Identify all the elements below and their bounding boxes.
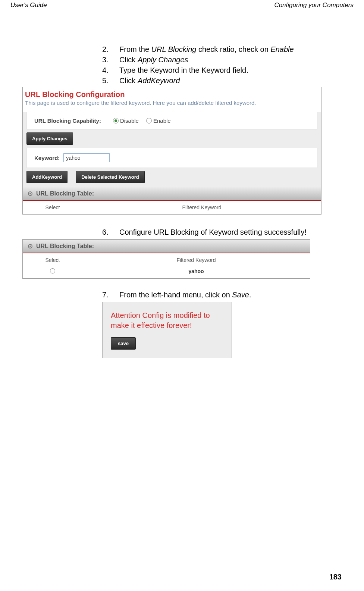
steps-list-1: 2. From the URL Blocking check ratio, ch… — [22, 44, 342, 85]
keyword-panel: Keyword: — [26, 148, 317, 168]
blocking-table-title: URL Blocking Table: — [36, 243, 94, 250]
capability-label: URL Blocking Capability: — [34, 118, 101, 124]
capability-panel: URL Blocking Capability: Disable Enable — [26, 112, 317, 129]
step-text: From the left-hand menu, click on Save. — [119, 290, 251, 300]
screenshot-save-attention: Attention Config is modified to make it … — [102, 302, 232, 358]
step-text: From the URL Blocking check ratio, check… — [119, 44, 294, 54]
gear-icon — [27, 243, 33, 249]
radio-disable-wrap[interactable]: Disable — [113, 118, 139, 124]
col-select: Select — [23, 257, 82, 263]
save-button[interactable]: save — [111, 337, 136, 350]
step-text: Type the Keyword in the Keyword field. — [119, 65, 248, 75]
table-row: yahoo — [23, 267, 310, 278]
screenshot-url-blocking-table: URL Blocking Table: Select Filtered Keyw… — [22, 239, 310, 279]
gear-icon — [27, 191, 33, 197]
row-select[interactable] — [23, 268, 82, 275]
col-select: Select — [23, 204, 82, 210]
keyword-label: Keyword: — [34, 155, 60, 161]
page-content: 2. From the URL Blocking check ratio, ch… — [0, 10, 364, 358]
keyword-buttons-row: AddKeyword Delete Selected Keyword — [26, 171, 317, 183]
apply-changes-button[interactable]: Apply Changes — [26, 132, 73, 145]
page-number: 183 — [329, 573, 342, 581]
header-left: User's Guide — [10, 1, 47, 9]
blocking-table-columns: Select Filtered Keyword — [23, 201, 321, 214]
radio-enable-wrap[interactable]: Enable — [146, 118, 171, 124]
apply-row: Apply Changes — [26, 132, 317, 145]
radio-disable-label: Disable — [120, 118, 139, 124]
config-body: URL Blocking Capability: Disable Enable … — [23, 112, 321, 214]
header-right: Configuring your Computers — [274, 1, 354, 9]
page-header: User's Guide Configuring your Computers — [0, 0, 364, 10]
add-keyword-button[interactable]: AddKeyword — [26, 171, 68, 183]
radio-empty-icon — [50, 268, 55, 273]
screenshot-url-blocking-config: URL Blocking Configuration This page is … — [22, 87, 321, 215]
col-filtered-keyword: Filtered Keyword — [82, 204, 321, 210]
step-num: 5. — [102, 76, 113, 85]
keyword-input[interactable] — [63, 153, 110, 162]
step-7: 7. From the left-hand menu, click on Sav… — [102, 290, 342, 300]
blocking-table-columns: Select Filtered Keyword — [23, 253, 310, 267]
radio-enable-icon — [146, 118, 152, 123]
step-6: 6. Configure URL Blocking of Keyword set… — [102, 227, 342, 237]
step-3: 3. Click Apply Changes — [102, 55, 342, 65]
step-num: 2. — [102, 44, 113, 54]
step-num: 7. — [102, 290, 113, 300]
config-description: This page is used to configure the filte… — [23, 99, 321, 109]
step-5: 5. Click AddKeyword — [102, 76, 342, 85]
step-num: 3. — [102, 55, 113, 65]
steps-list-3: 7. From the left-hand menu, click on Sav… — [22, 290, 342, 300]
step-4: 4. Type the Keyword in the Keyword field… — [102, 65, 342, 75]
blocking-table-title: URL Blocking Table: — [36, 190, 94, 197]
svg-point-3 — [29, 246, 31, 247]
step-num: 6. — [102, 227, 113, 237]
row-keyword: yahoo — [82, 268, 310, 275]
steps-list-2: 6. Configure URL Blocking of Keyword set… — [22, 227, 342, 237]
step-text: Configure URL Blocking of Keyword settin… — [119, 227, 307, 237]
step-2: 2. From the URL Blocking check ratio, ch… — [102, 44, 342, 54]
blocking-table-header-bar: URL Blocking Table: — [23, 240, 310, 253]
capability-radio-group: Disable Enable — [113, 118, 176, 124]
step-text: Click AddKeyword — [119, 76, 180, 85]
radio-disable-icon — [113, 118, 119, 123]
step-num: 4. — [102, 65, 113, 75]
attention-text: Attention Config is modified to make it … — [111, 310, 226, 331]
step-text: Click Apply Changes — [119, 55, 188, 65]
delete-keyword-button[interactable]: Delete Selected Keyword — [76, 171, 145, 183]
blocking-table-header-bar: URL Blocking Table: — [23, 187, 321, 201]
col-filtered-keyword: Filtered Keyword — [82, 257, 310, 263]
svg-point-1 — [29, 193, 31, 194]
config-title: URL Blocking Configuration — [23, 87, 321, 99]
radio-enable-label: Enable — [153, 118, 171, 124]
